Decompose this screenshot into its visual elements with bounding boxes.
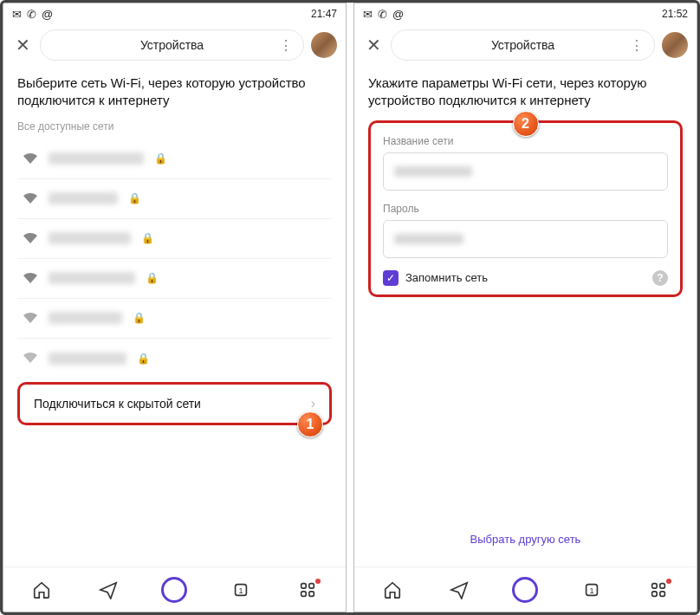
wifi-ssid-blurred xyxy=(49,232,131,244)
callout-badge-1: 1 xyxy=(297,411,323,437)
lock-icon: 🔒 xyxy=(133,312,146,324)
title-pill[interactable]: Устройства ⋮ xyxy=(391,29,655,61)
mail-icon: ✉ xyxy=(12,9,22,20)
bottom-nav: 1 xyxy=(354,566,697,612)
content: Выберите сеть Wi-Fi, через которую устро… xyxy=(3,66,346,566)
bottom-nav: 1 xyxy=(3,566,346,612)
wifi-row[interactable]: 🔒 xyxy=(17,299,332,339)
ssid-value-blurred xyxy=(394,166,472,177)
wifi-icon xyxy=(23,152,38,166)
phone-right: ✉ ✆ @ 21:52 ✕ Устройства ⋮ Укажите парам… xyxy=(353,3,697,612)
status-icons-left: ✉ ✆ @ xyxy=(363,9,404,20)
whatsapp-icon: ✆ xyxy=(378,9,387,20)
status-icons-left: ✉ ✆ @ xyxy=(12,9,53,20)
nav-apps[interactable] xyxy=(291,573,324,606)
kebab-icon[interactable]: ⋮ xyxy=(630,37,644,54)
wifi-row[interactable]: 🔒 xyxy=(17,339,332,379)
wifi-row[interactable]: 🔒 xyxy=(17,179,332,219)
status-time: 21:47 xyxy=(311,8,337,20)
wifi-form: 2 Название сети Пароль ✓ Запомнить сеть … xyxy=(368,120,683,297)
avatar[interactable] xyxy=(311,32,337,58)
nav-home[interactable] xyxy=(376,573,409,606)
wifi-row[interactable]: 🔒 xyxy=(17,139,332,179)
nav-tabs[interactable]: 1 xyxy=(224,573,257,606)
status-time: 21:52 xyxy=(662,8,688,20)
password-input[interactable] xyxy=(383,220,668,258)
nav-apps[interactable] xyxy=(642,573,675,606)
kebab-icon[interactable]: ⋮ xyxy=(279,37,293,54)
wifi-list: 🔒 🔒 🔒 xyxy=(17,139,332,379)
wifi-ssid-blurred xyxy=(49,192,118,204)
connect-hidden-network-button[interactable]: Подключиться к скрытой сети › xyxy=(17,382,332,425)
nav-alice[interactable] xyxy=(509,573,541,606)
lock-icon: 🔒 xyxy=(137,353,150,365)
status-bar: ✉ ✆ @ 21:47 xyxy=(3,3,346,24)
page-title: Устройства xyxy=(140,38,204,52)
wifi-icon xyxy=(23,231,38,246)
svg-rect-3 xyxy=(309,583,314,588)
ssid-input[interactable] xyxy=(383,152,668,191)
chevron-right-icon: › xyxy=(311,396,315,411)
svg-rect-8 xyxy=(651,583,657,588)
password-value-blurred xyxy=(394,234,463,244)
wifi-icon xyxy=(23,271,38,286)
mail-icon: ✉ xyxy=(363,9,373,20)
wifi-icon xyxy=(23,311,38,326)
app-bar: ✕ Устройства ⋮ xyxy=(354,24,697,66)
close-button[interactable]: ✕ xyxy=(12,35,33,55)
whatsapp-icon: ✆ xyxy=(27,9,36,20)
svg-text:1: 1 xyxy=(239,586,243,594)
remember-row: ✓ Запомнить сеть ? xyxy=(383,270,668,286)
at-icon: @ xyxy=(42,9,53,20)
callout-badge-2: 2 xyxy=(513,111,539,137)
nav-tabs[interactable]: 1 xyxy=(575,573,608,606)
page-title: Устройства xyxy=(491,38,554,52)
svg-rect-11 xyxy=(660,591,665,596)
nav-home[interactable] xyxy=(25,573,58,606)
avatar[interactable] xyxy=(662,32,688,58)
lock-icon: 🔒 xyxy=(128,192,141,204)
lock-icon: 🔒 xyxy=(141,232,154,244)
svg-text:1: 1 xyxy=(590,586,594,594)
alice-icon xyxy=(512,577,538,603)
svg-rect-10 xyxy=(651,591,657,596)
wifi-row[interactable]: 🔒 xyxy=(17,259,332,299)
lock-icon: 🔒 xyxy=(146,272,159,284)
wifi-icon xyxy=(23,191,38,206)
wifi-row[interactable]: 🔒 xyxy=(17,219,332,259)
svg-rect-2 xyxy=(301,583,306,588)
notification-dot xyxy=(315,579,321,584)
status-bar: ✉ ✆ @ 21:52 xyxy=(354,3,697,24)
wifi-ssid-blurred xyxy=(49,272,135,284)
lock-icon: 🔒 xyxy=(154,152,167,165)
close-button[interactable]: ✕ xyxy=(363,35,384,55)
ssid-label: Название сети xyxy=(383,135,668,147)
wifi-ssid-blurred xyxy=(49,312,122,324)
subheading: Все доступные сети xyxy=(17,120,332,133)
notification-dot xyxy=(666,579,671,584)
app-bar: ✕ Устройства ⋮ xyxy=(3,24,346,66)
remember-label: Запомнить сеть xyxy=(405,271,645,284)
remember-checkbox[interactable]: ✓ xyxy=(383,270,399,286)
wifi-ssid-blurred xyxy=(49,353,126,365)
title-pill[interactable]: Устройства ⋮ xyxy=(40,29,304,61)
svg-rect-4 xyxy=(301,591,306,596)
nav-send[interactable] xyxy=(443,573,476,606)
heading: Укажите параметры Wi-Fi сети, через кото… xyxy=(368,74,683,110)
wifi-ssid-blurred xyxy=(49,152,144,165)
at-icon: @ xyxy=(392,9,404,20)
nav-alice[interactable] xyxy=(158,573,191,606)
choose-other-link[interactable]: Выбрать другую сеть xyxy=(368,519,683,566)
wifi-icon xyxy=(23,351,38,366)
hidden-network-label: Подключиться к скрытой сети xyxy=(34,397,201,411)
alice-icon xyxy=(161,577,187,603)
phone-left: ✉ ✆ @ 21:47 ✕ Устройства ⋮ Выберите сеть… xyxy=(3,3,347,612)
svg-rect-5 xyxy=(309,591,314,596)
help-icon[interactable]: ? xyxy=(652,270,668,286)
svg-rect-9 xyxy=(660,583,665,588)
nav-send[interactable] xyxy=(92,573,125,606)
heading: Выберите сеть Wi-Fi, через которую устро… xyxy=(17,74,332,110)
password-label: Пароль xyxy=(383,203,668,215)
content: Укажите параметры Wi-Fi сети, через кото… xyxy=(354,66,697,566)
